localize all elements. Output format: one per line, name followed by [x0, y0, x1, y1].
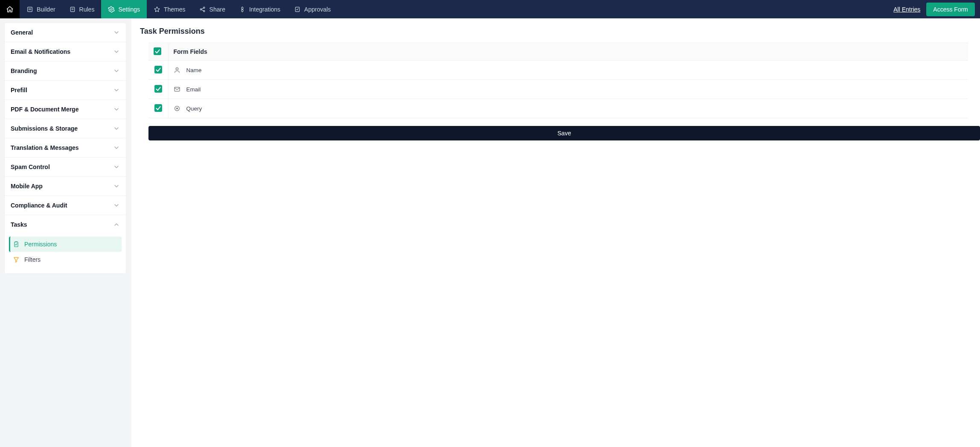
sidebar-section-label: Mobile App — [11, 183, 43, 190]
settings-icon — [108, 6, 115, 13]
nav-settings[interactable]: Settings — [101, 0, 147, 18]
chevron-down-icon — [113, 144, 120, 151]
builder-icon — [26, 6, 33, 13]
nav-label: Approvals — [304, 6, 331, 13]
nav-share[interactable]: Share — [192, 0, 232, 18]
nav-label: Integrations — [249, 6, 280, 13]
top-nav: BuilderRulesSettingsThemesShareIntegrati… — [0, 0, 980, 18]
sidebar-section-label: Tasks — [11, 221, 27, 228]
table-row: Name — [148, 61, 968, 80]
permissions-table: Form Fields NameEmailQuery — [148, 43, 968, 118]
sidebar-item-permissions[interactable]: Permissions — [9, 237, 122, 252]
chevron-down-icon — [113, 202, 120, 209]
chevron-down-icon — [113, 183, 120, 190]
form-fields-header: Form Fields — [168, 43, 968, 61]
sidebar-section-label: Prefill — [11, 87, 27, 93]
nav-label: Rules — [79, 6, 95, 13]
rules-icon — [69, 6, 76, 13]
integrations-icon — [239, 6, 246, 13]
field-label: Name — [186, 67, 202, 73]
table-row: Email — [148, 80, 968, 99]
svg-line-10 — [201, 8, 204, 9]
save-button[interactable]: Save — [148, 126, 980, 140]
field-label: Email — [186, 86, 201, 93]
sidebar-section-spam[interactable]: Spam Control — [5, 158, 126, 177]
all-entries-link[interactable]: All Entries — [893, 6, 920, 13]
sidebar-section-label: Spam Control — [11, 164, 50, 170]
svg-line-11 — [201, 9, 204, 11]
nav-label: Share — [209, 6, 225, 13]
row-checkbox-name[interactable] — [154, 66, 162, 73]
nav-label: Themes — [164, 6, 186, 13]
access-form-button[interactable]: Access Form — [926, 3, 975, 16]
approvals-icon — [294, 6, 301, 13]
share-icon — [199, 6, 206, 13]
nav-rules[interactable]: Rules — [62, 0, 102, 18]
sidebar-item-label: Permissions — [24, 241, 57, 248]
table-row: Query — [148, 99, 968, 118]
chevron-down-icon — [113, 67, 120, 74]
user-icon — [174, 67, 181, 73]
sidebar-section-label: PDF & Document Merge — [11, 106, 79, 113]
svg-rect-0 — [28, 7, 32, 12]
sidebar-section-email[interactable]: Email & Notifications — [5, 42, 126, 61]
sidebar-section-label: Submissions & Storage — [11, 125, 78, 132]
chevron-down-icon — [113, 87, 120, 93]
mail-icon — [174, 86, 181, 93]
sidebar-section-label: Translation & Messages — [11, 144, 79, 151]
chevron-down-icon — [113, 48, 120, 55]
row-checkbox-query[interactable] — [154, 104, 162, 112]
sidebar-section-label: Compliance & Audit — [11, 202, 67, 209]
svg-rect-3 — [70, 7, 74, 12]
nav-themes[interactable]: Themes — [147, 0, 192, 18]
chevron-down-icon — [113, 125, 120, 132]
themes-icon — [154, 6, 160, 13]
sidebar-section-pdf[interactable]: PDF & Document Merge — [5, 100, 126, 119]
nav-label: Builder — [37, 6, 55, 13]
sidebar-section-mobile[interactable]: Mobile App — [5, 177, 126, 196]
clipboard-check-icon — [12, 241, 20, 248]
svg-point-15 — [176, 68, 178, 70]
chevron-down-icon — [113, 29, 120, 36]
sidebar-section-translation[interactable]: Translation & Messages — [5, 138, 126, 158]
chevron-down-icon — [113, 164, 120, 170]
nav-label: Settings — [118, 6, 140, 13]
svg-point-18 — [176, 108, 178, 109]
settings-sidebar: GeneralEmail & NotificationsBrandingPref… — [0, 18, 131, 447]
check-icon — [154, 48, 161, 55]
chevron-up-icon — [113, 221, 120, 228]
sidebar-section-label: General — [11, 29, 33, 36]
sidebar-section-general[interactable]: General — [5, 23, 126, 42]
nav-approvals[interactable]: Approvals — [287, 0, 337, 18]
select-all-checkbox[interactable] — [154, 47, 161, 55]
sidebar-section-tasks[interactable]: Tasks — [5, 215, 126, 234]
sidebar-section-label: Email & Notifications — [11, 48, 70, 55]
radio-icon — [174, 105, 181, 112]
main-content: Task Permissions Form Fields — [131, 18, 980, 447]
page-title: Task Permissions — [131, 18, 980, 43]
home-icon — [6, 6, 14, 13]
filter-icon — [12, 256, 20, 263]
chevron-down-icon — [113, 106, 120, 113]
svg-point-6 — [111, 9, 112, 10]
sidebar-item-label: Filters — [24, 256, 41, 263]
sidebar-item-filters[interactable]: Filters — [9, 252, 122, 267]
home-button[interactable] — [0, 0, 20, 18]
row-checkbox-email[interactable] — [154, 85, 162, 93]
nav-integrations[interactable]: Integrations — [232, 0, 287, 18]
field-label: Query — [186, 105, 202, 112]
sidebar-section-label: Branding — [11, 67, 37, 74]
svg-marker-14 — [14, 257, 19, 262]
sidebar-section-branding[interactable]: Branding — [5, 61, 126, 81]
sidebar-section-prefill[interactable]: Prefill — [5, 81, 126, 100]
sidebar-section-compliance[interactable]: Compliance & Audit — [5, 196, 126, 215]
nav-builder[interactable]: Builder — [20, 0, 62, 18]
sidebar-section-submissions[interactable]: Submissions & Storage — [5, 119, 126, 138]
